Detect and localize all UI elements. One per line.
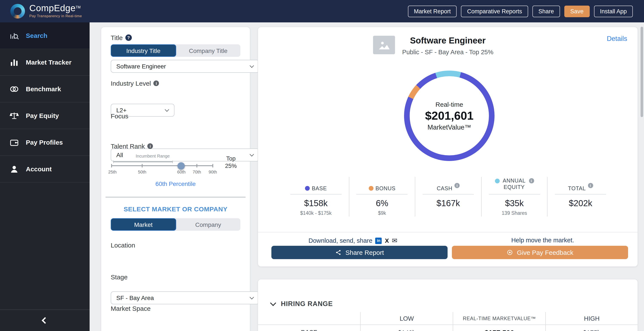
incumbent-range-label: Incumbent Range: [119, 154, 186, 158]
sidebar-item-pay-profiles[interactable]: Pay Profiles: [0, 129, 90, 156]
stat-label: ANNUAL EQUITY: [502, 178, 526, 191]
industry-title-toggle[interactable]: Industry Title: [111, 44, 176, 57]
bonus-dot: [368, 186, 373, 191]
section-divider: [106, 197, 246, 198]
chevron-left-icon: [41, 317, 48, 324]
sidebar-collapse-button[interactable]: [0, 310, 90, 331]
slider-tick-mark: [196, 164, 197, 167]
sidebar-item-label: Market Tracker: [26, 58, 72, 66]
x-twitter-icon[interactable]: X: [385, 237, 389, 244]
sidebar-item-search[interactable]: Search: [0, 22, 90, 49]
title-select[interactable]: Software Engineer: [111, 60, 259, 73]
overlapping-rings-icon: [8, 83, 20, 94]
share-report-label: Share Report: [346, 249, 384, 256]
row-high-value: $175k: [546, 325, 638, 331]
info-icon[interactable]: i: [529, 178, 534, 183]
brand-name: CompEdge: [29, 3, 76, 13]
share-button[interactable]: Share: [532, 5, 560, 17]
give-pay-feedback-button[interactable]: Give Pay Feedback: [452, 246, 628, 259]
stat-base: BASE $158k $140k - $175k: [283, 177, 349, 217]
feedback-target-icon: [506, 249, 513, 256]
donut-label-bottom: MarketValue™: [428, 123, 471, 131]
sidebar-item-pay-equity[interactable]: Pay Equity: [0, 102, 90, 129]
donut-value: $201,601: [425, 109, 474, 122]
hiring-range-header[interactable]: HIRING RANGE: [271, 300, 333, 308]
header-actions: Market Report Comparative Reports Share …: [408, 0, 633, 22]
app-window: CompEdgeTM Pay Transparency in Real-time…: [0, 0, 644, 331]
location-label: Location: [111, 242, 135, 249]
talent-rank-label: Talent Rank i: [111, 142, 153, 150]
market-report-button[interactable]: Market Report: [408, 5, 457, 17]
title-type-toggle: Industry Title Company Title: [111, 44, 240, 57]
compedge-logo-icon: [10, 4, 25, 18]
bar-chart-icon: [8, 57, 20, 68]
hiring-range-table: LOW REAL-TIME MARKETVALUE™ HIGH BASE $14…: [258, 312, 638, 331]
main-content: Title ? Industry Title Company Title Sof…: [90, 22, 644, 331]
location-label-text: Location: [111, 242, 135, 249]
market-value-report-card: Details Software Engineer Public - SF - …: [258, 27, 638, 267]
sidebar-item-account[interactable]: Account: [0, 156, 90, 183]
stat-sub: 139 Shares: [502, 211, 527, 216]
info-icon[interactable]: i: [588, 183, 593, 188]
table-header-empty: [258, 312, 360, 325]
sidebar-item-label: Account: [26, 165, 52, 173]
hiring-range-title: HIRING RANGE: [281, 300, 333, 308]
report-divider: [258, 232, 638, 232]
market-value-donut-chart: Real-time $201,601 MarketValue™: [404, 71, 494, 161]
scrollbar-thumb[interactable]: [640, 27, 643, 117]
location-select[interactable]: SF - Bay Area: [111, 291, 259, 304]
save-button[interactable]: Save: [564, 5, 590, 17]
brand-tm: TM: [76, 5, 80, 9]
focus-label-text: Focus: [111, 112, 128, 120]
column-header-high: HIGH: [546, 312, 638, 325]
stat-value: 6%: [376, 198, 388, 208]
comparative-reports-button[interactable]: Comparative Reports: [461, 5, 528, 17]
slider-track[interactable]: [111, 165, 213, 166]
info-icon[interactable]: i: [147, 143, 153, 149]
linkedin-icon[interactable]: in: [376, 237, 382, 244]
brand-tagline: Pay Transparency in Real-time: [29, 14, 82, 18]
chevron-down-icon: [165, 107, 169, 112]
focus-label: Focus: [111, 112, 128, 120]
stat-bonus: BONUS 6% $9k: [349, 177, 415, 217]
help-icon[interactable]: ?: [125, 34, 132, 41]
talent-rank-label-text: Talent Rank: [111, 142, 145, 150]
title-label-text: Title: [111, 34, 123, 41]
stat-value: $35k: [505, 198, 524, 208]
stat-underline: [555, 194, 606, 195]
info-icon[interactable]: i: [454, 183, 460, 188]
share-nodes-icon: [335, 249, 342, 256]
stat-label: CASH: [437, 186, 452, 192]
market-space-label-text: Market Space: [111, 305, 150, 312]
balance-scale-icon: [8, 110, 20, 121]
market-toggle[interactable]: Market: [111, 218, 176, 231]
row-marketvalue: $157,500: [453, 325, 546, 331]
sidebar-item-market-tracker[interactable]: Market Tracker: [0, 49, 90, 76]
slider-tick-label: 90th: [206, 170, 220, 174]
sidebar-nav: Search Market Tracker Benchmark Pay Equi…: [0, 22, 90, 331]
info-icon[interactable]: i: [154, 80, 159, 86]
share-report-button[interactable]: Share Report: [272, 246, 448, 259]
stat-label: BASE: [312, 186, 327, 192]
person-icon: [8, 163, 20, 175]
location-value: SF - Bay Area: [116, 295, 154, 301]
sidebar-item-benchmark[interactable]: Benchmark: [0, 76, 90, 102]
stat-value: $202k: [569, 198, 592, 208]
company-toggle[interactable]: Company: [176, 218, 240, 231]
market-company-section-title: SELECT MARKET OR COMPANY: [101, 205, 250, 213]
stat-total: TOTAL i $202k: [547, 177, 614, 217]
download-share-prompt: Download, send, share in X ✉: [258, 237, 448, 245]
sidebar-item-label: Pay Equity: [26, 112, 59, 119]
talent-rank-slider-handle[interactable]: [178, 162, 185, 169]
market-space-label: Market Space: [111, 305, 150, 312]
top-header: CompEdgeTM Pay Transparency in Real-time…: [0, 0, 644, 22]
incumbent-range-bracket: [113, 161, 173, 163]
install-app-button[interactable]: Install App: [594, 5, 633, 17]
search-chart-icon: [8, 30, 20, 41]
company-title-toggle[interactable]: Company Title: [176, 44, 240, 57]
email-icon[interactable]: ✉: [392, 237, 398, 245]
chevron-down-icon: [250, 63, 254, 68]
top-percentile-label: Top 25%: [221, 155, 241, 170]
hiring-range-card: HIRING RANGE LOW REAL-TIME MARKETVALUE™ …: [258, 279, 638, 331]
wallet-icon: [8, 137, 20, 148]
